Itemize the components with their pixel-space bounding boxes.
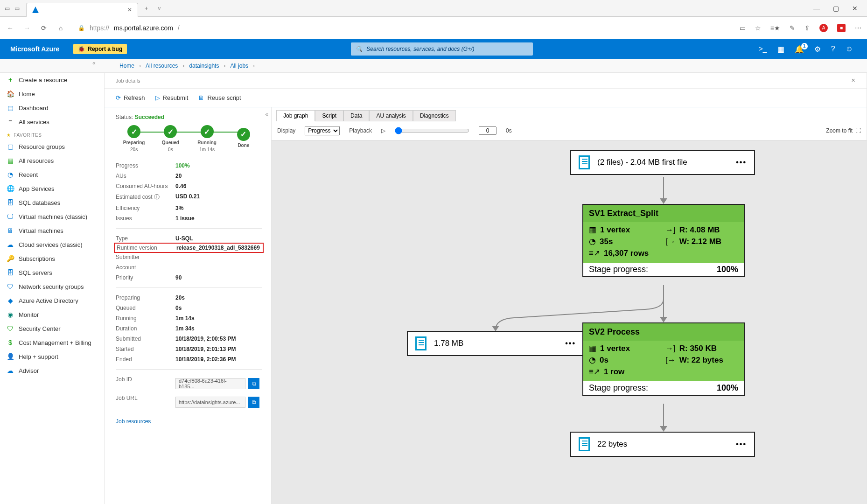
nav-vm[interactable]: 🖥Virtual machines [0,224,104,238]
tab-au-analysis[interactable]: AU analysis [369,110,413,121]
window-close[interactable]: ✕ [852,5,858,12]
nav-recent[interactable]: ◔Recent [0,168,104,182]
home-icon: 🏠 [7,90,14,98]
nav-subscriptions[interactable]: 🔑Subscriptions [0,252,104,266]
right-tabs: Job graph Script Data AU analysis Diagno… [276,110,867,121]
favorites-list-icon[interactable]: ≡★ [770,24,780,32]
graph-midout-label: 1.78 MB [434,339,463,348]
crumb-all-jobs[interactable]: All jobs [230,63,248,69]
nav-monitor[interactable]: ◉Monitor [0,308,104,322]
node-menu-icon[interactable]: ••• [736,158,747,167]
read-icon: →] [665,344,676,353]
search-icon: 🔍 [356,46,363,52]
crumb-all-resources[interactable]: All resources [146,63,178,69]
playback-value[interactable] [479,126,496,135]
browser-tab-strip: ▭▭ ✕ + ∨ — ▢ ✕ [0,0,867,17]
tab-script[interactable]: Script [315,110,343,121]
playback-play-icon[interactable]: ▷ [381,127,385,134]
close-tab-icon[interactable]: ✕ [127,7,132,13]
refresh-button[interactable]: ⟳Refresh [116,94,145,101]
portal-header: Microsoft Azure 🐞 Report a bug 🔍 Search … [0,39,867,59]
cloud-shell-icon[interactable]: >_ [759,45,767,53]
node-menu-icon[interactable]: ••• [736,440,747,448]
nav-dashboard[interactable]: ▤Dashboard [0,101,104,115]
notifications-icon[interactable]: 🔔1 [795,45,804,54]
job-id-field[interactable]: d74ef808-6a23-416f-b185... [175,378,245,389]
playback-slider[interactable] [395,127,469,134]
display-label: Display [277,127,295,134]
nav-all-resources[interactable]: ▦All resources [0,154,104,168]
db-icon: 🗄 [7,199,14,206]
time-icon: ◔ [589,237,596,246]
nav-nsg[interactable]: 🛡Network security groups [0,280,104,294]
zoom-to-fit-button[interactable]: Zoom to fit [826,127,853,134]
sidebar-collapse-icon[interactable]: « [92,60,96,66]
display-select[interactable]: Progress [305,126,340,135]
reuse-script-button[interactable]: 🗎Reuse script [198,94,241,101]
tab-data[interactable]: Data [343,110,369,121]
nav-advisor[interactable]: ☁Advisor [0,364,104,378]
nav-resource-groups[interactable]: ▢Resource groups [0,140,104,154]
ext-badge-1[interactable]: A [819,24,828,32]
nav-back[interactable]: ← [6,24,15,32]
nav-vm-classic[interactable]: 🖵Virtual machines (classic) [0,210,104,224]
dashboard-icon: ▤ [7,104,14,112]
nav-refresh[interactable]: ⟳ [39,24,49,32]
window-maximize[interactable]: ▢ [833,5,839,12]
browser-tab[interactable]: ✕ [26,3,138,17]
feedback-icon[interactable]: ☺ [846,45,853,53]
blade-close-icon[interactable]: ✕ [851,77,855,84]
job-url-field[interactable]: https://datainsights.azure... [175,397,245,408]
write-icon: [→ [665,237,676,246]
file-icon [579,155,590,169]
report-bug-button[interactable]: 🐞 Report a bug [73,44,127,54]
azure-icon [32,7,39,13]
copy-icon[interactable]: ⧉ [248,378,259,389]
nav-app-services[interactable]: 🌐App Services [0,182,104,196]
help-icon[interactable]: ? [831,45,835,53]
write-icon: [→ [665,356,676,365]
nav-create-resource[interactable]: +Create a resource [0,73,104,87]
share-icon[interactable]: ⇪ [804,24,810,32]
nav-home[interactable]: ⌂ [56,24,65,32]
nav-aad[interactable]: ◆Azure Active Directory [0,294,104,308]
new-tab-button[interactable]: + [138,5,154,12]
nav-cloud-services[interactable]: ☁Cloud services (classic) [0,238,104,252]
cube-icon: ▢ [7,143,14,150]
tab-job-graph[interactable]: Job graph [276,110,315,121]
tab-diagnostics[interactable]: Diagnostics [413,110,456,121]
crumb-home[interactable]: Home [119,63,134,69]
nav-security-center[interactable]: 🛡Security Center [0,322,104,336]
address-bar[interactable]: 🔒 https://ms.portal.azure.com/ [73,21,665,35]
nav-favorites-header: ★FAVORITES [0,129,104,140]
blade-title: Job details [116,78,140,84]
graph-stage-sv2[interactable]: SV2 Process ▦1 vertex →]R: 350 KB ◔0s [→… [582,322,745,396]
window-minimize[interactable]: — [813,5,820,12]
brand[interactable]: Microsoft Azure [0,45,70,53]
job-resources-link[interactable]: Job resources [116,418,262,425]
crumb-account[interactable]: datainsights [189,63,219,69]
nav-sql-servers[interactable]: 🗄SQL servers [0,266,104,280]
node-menu-icon[interactable]: ••• [565,339,576,348]
resubmit-button[interactable]: ▷Resubmit [155,94,189,101]
vertex-icon: ▦ [589,343,596,353]
graph-stage-sv1[interactable]: SV1 Extract_Split ▦1 vertex →]R: 4.08 MB… [582,204,745,277]
nav-sql-databases[interactable]: 🗄SQL databases [0,196,104,210]
favorite-icon[interactable]: ☆ [755,24,761,32]
job-graph-canvas[interactable]: (2 files) - 2.04 MB first file ••• SV1 E… [272,140,867,504]
directory-icon[interactable]: ▦ [777,45,784,54]
copy-icon[interactable]: ⧉ [248,397,259,408]
settings-icon[interactable]: ⚙ [814,45,821,54]
ext-badge-2[interactable]: ■ [837,24,846,32]
notes-icon[interactable]: ✎ [790,24,795,32]
nav-help-support[interactable]: 👤Help + support [0,350,104,364]
grid-icon: ▦ [7,157,14,164]
reading-mode-icon[interactable]: ▭ [740,24,746,32]
details-collapse-icon[interactable]: « [265,111,268,118]
nav-cost[interactable]: $Cost Management + Billing [0,336,104,350]
expand-icon[interactable]: ⛶ [855,127,861,134]
nav-all-services[interactable]: ≡All services [0,115,104,129]
browser-menu-icon[interactable]: ⋯ [855,24,861,32]
nav-home[interactable]: 🏠Home [0,87,104,101]
portal-search[interactable]: 🔍 Search resources, services, and docs (… [351,42,533,56]
